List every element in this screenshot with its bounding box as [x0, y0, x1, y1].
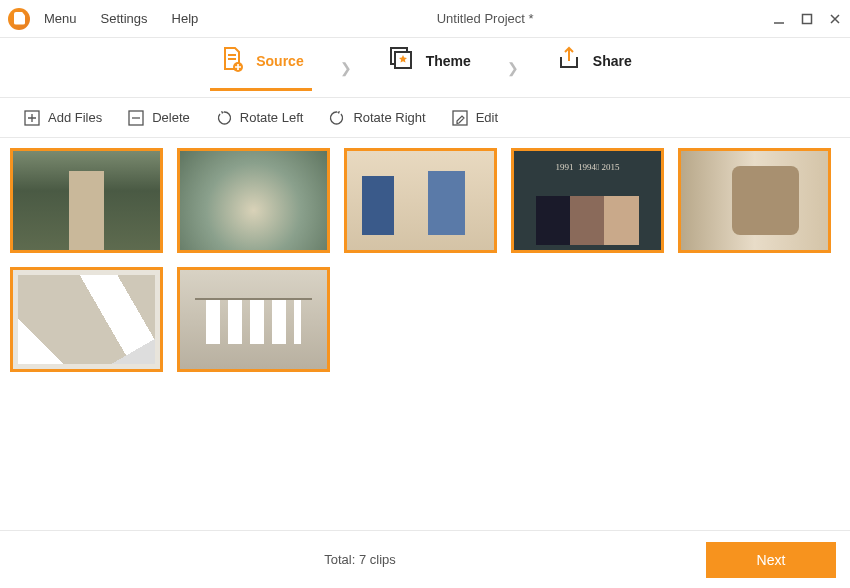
step-theme-label: Theme [426, 53, 471, 69]
step-share-label: Share [593, 53, 632, 69]
chevron-right-icon: ❯ [340, 60, 352, 76]
photo-placeholder-icon [13, 270, 160, 369]
chevron-right-icon: ❯ [507, 60, 519, 76]
rotate-right-label: Rotate Right [353, 110, 425, 125]
step-tabs: Source ❯ Theme ❯ Share [0, 38, 850, 98]
clip-thumb[interactable] [344, 148, 497, 253]
menu-group: Menu Settings Help [44, 11, 198, 26]
menu-help[interactable]: Help [172, 11, 199, 26]
svg-rect-1 [803, 14, 812, 23]
clip-thumb[interactable] [177, 267, 330, 372]
add-files-label: Add Files [48, 110, 102, 125]
photo-placeholder-icon [681, 151, 828, 250]
clip-thumb[interactable] [10, 148, 163, 253]
close-icon[interactable] [828, 12, 842, 26]
step-theme[interactable]: Theme [380, 45, 479, 90]
clips-grid [0, 138, 850, 530]
add-files-button[interactable]: Add Files [24, 110, 102, 126]
theme-icon [388, 45, 416, 76]
rotate-left-button[interactable]: Rotate Left [216, 110, 304, 126]
edit-icon [452, 110, 468, 126]
step-share[interactable]: Share [547, 45, 640, 90]
rotate-right-button[interactable]: Rotate Right [329, 110, 425, 126]
total-clips-label: Total: 7 clips [14, 552, 706, 567]
photo-placeholder-icon [514, 151, 661, 250]
footer: Total: 7 clips Next [0, 530, 850, 588]
plus-square-icon [24, 110, 40, 126]
source-icon [218, 45, 246, 76]
titlebar: Menu Settings Help Untitled Project * [0, 0, 850, 38]
share-icon [555, 45, 583, 76]
delete-button[interactable]: Delete [128, 110, 190, 126]
photo-placeholder-icon [180, 270, 327, 369]
next-button[interactable]: Next [706, 542, 836, 578]
step-source[interactable]: Source [210, 45, 311, 90]
edit-label: Edit [476, 110, 498, 125]
window-controls [772, 12, 842, 26]
clip-thumb[interactable] [511, 148, 664, 253]
step-source-label: Source [256, 53, 303, 69]
edit-button[interactable]: Edit [452, 110, 498, 126]
toolbar: Add Files Delete Rotate Left Rotate Righ… [0, 98, 850, 138]
clip-thumb[interactable] [678, 148, 831, 253]
rotate-left-label: Rotate Left [240, 110, 304, 125]
project-title: Untitled Project * [198, 11, 772, 26]
menu-settings[interactable]: Settings [101, 11, 148, 26]
clip-thumb[interactable] [10, 267, 163, 372]
rotate-right-icon [329, 110, 345, 126]
photo-placeholder-icon [347, 151, 494, 250]
rotate-left-icon [216, 110, 232, 126]
photo-placeholder-icon [13, 151, 160, 250]
menu-menu[interactable]: Menu [44, 11, 77, 26]
app-logo-icon [8, 8, 30, 30]
clip-thumb[interactable] [177, 148, 330, 253]
delete-label: Delete [152, 110, 190, 125]
minus-square-icon [128, 110, 144, 126]
minimize-icon[interactable] [772, 12, 786, 26]
maximize-icon[interactable] [800, 12, 814, 26]
photo-placeholder-icon [180, 151, 327, 250]
